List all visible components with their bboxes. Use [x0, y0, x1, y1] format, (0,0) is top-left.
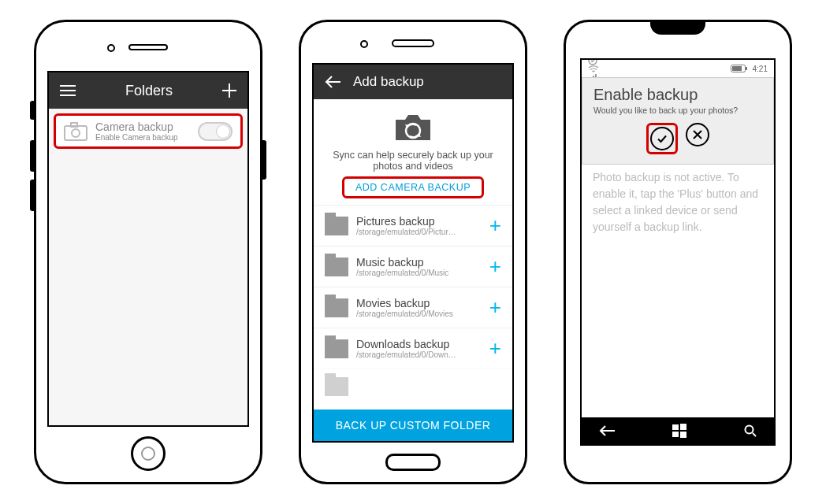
list-item[interactable]: Music backup /storage/emulated/0/Music +: [314, 246, 512, 287]
svg-rect-13: [680, 424, 686, 430]
list-item-path: /storage/emulated/0/Music: [356, 269, 482, 277]
list-item-path: /storage/emulated/0/Movies: [356, 309, 482, 318]
enable-backup-dialog: Enable backup Would you like to back up …: [582, 77, 774, 165]
svg-rect-11: [732, 66, 742, 71]
camera-icon: [64, 122, 87, 141]
folder-icon: [325, 339, 348, 358]
svg-rect-14: [672, 432, 679, 437]
check-icon: [656, 132, 668, 145]
svg-rect-12: [672, 424, 679, 430]
front-camera-icon: [107, 44, 115, 52]
add-icon[interactable]: +: [489, 295, 501, 320]
folder-icon: [325, 377, 348, 396]
highlight-box: [646, 123, 678, 154]
add-camera-backup-button[interactable]: ADD CAMERA BACKUP: [342, 176, 484, 198]
status-bar: 4:21: [582, 60, 774, 77]
list-item-path: /storage/emulated/0/Down…: [356, 350, 482, 359]
folder-icon: [325, 298, 348, 317]
wifi-icon: [588, 65, 599, 73]
front-camera-icon: [360, 40, 368, 48]
svg-rect-0: [65, 126, 87, 140]
winphone-frame: 4:21 Enable backup Would you like to bac…: [564, 20, 792, 484]
svg-rect-15: [680, 432, 686, 438]
android-header-title: Add backup: [353, 74, 424, 90]
add-icon[interactable]: +: [489, 336, 501, 361]
android-hero-text: Sync can help securely back up your phot…: [328, 150, 498, 172]
nav-bar: [582, 417, 774, 444]
camera-sync-icon: [328, 110, 498, 143]
folder-icon: [325, 217, 348, 235]
android-hero: Sync can help securely back up your phot…: [314, 99, 512, 205]
earpiece-icon: [128, 44, 168, 50]
ios-header-title: Folders: [76, 83, 222, 99]
backup-list: Pictures backup /storage/emulated/0/Pict…: [314, 205, 512, 410]
plus-icon[interactable]: [222, 83, 236, 98]
dialog-subtitle: Would you like to back up your photos?: [593, 106, 762, 115]
svg-point-2: [72, 129, 80, 137]
body-text: Photo backup is not active. To enable it…: [582, 165, 774, 417]
android-frame: Add backup Sync can help securely back u…: [299, 20, 527, 484]
camera-backup-toggle[interactable]: [198, 122, 233, 141]
accept-button[interactable]: [650, 127, 674, 150]
list-item-title: Pictures backup: [356, 215, 482, 228]
home-button[interactable]: [131, 436, 166, 471]
list-item-title: Movies backup: [356, 297, 482, 309]
back-arrow-icon[interactable]: [325, 76, 340, 88]
add-icon[interactable]: +: [489, 213, 501, 238]
ios-app-header: Folders: [49, 72, 247, 109]
folder-icon: [325, 258, 348, 276]
sync-status-icon: [588, 58, 599, 65]
list-item[interactable]: Movies backup /storage/emulated/0/Movies…: [314, 287, 512, 328]
winphone-screen: 4:21 Enable backup Would you like to bac…: [580, 58, 776, 446]
decline-button[interactable]: [686, 123, 709, 146]
camera-backup-row[interactable]: Camera backup Enable Camera backup: [54, 113, 243, 149]
back-icon[interactable]: [599, 425, 615, 436]
list-item[interactable]: [314, 369, 512, 404]
svg-rect-1: [71, 123, 77, 127]
list-item-title: Downloads backup: [356, 338, 482, 350]
svg-rect-10: [746, 67, 747, 70]
search-icon[interactable]: [744, 424, 757, 437]
iphone-frame: Folders Camera backup Enable Camera back…: [34, 20, 262, 484]
hamburger-icon[interactable]: [60, 85, 76, 96]
windows-icon[interactable]: [672, 424, 686, 438]
dialog-title: Enable backup: [593, 86, 762, 104]
camera-backup-title: Camera backup: [95, 120, 198, 133]
android-app-header: Add backup: [314, 65, 512, 99]
list-item-path: /storage/emulated/0/Pictur…: [356, 228, 482, 236]
list-item-title: Music backup: [356, 256, 482, 269]
earpiece-icon: [392, 39, 434, 47]
home-button[interactable]: [385, 454, 441, 471]
ios-screen: Folders Camera backup Enable Camera back…: [47, 71, 249, 427]
svg-point-16: [746, 426, 753, 434]
list-item[interactable]: Pictures backup /storage/emulated/0/Pict…: [314, 205, 512, 246]
battery-icon: [731, 65, 748, 72]
list-item[interactable]: Downloads backup /storage/emulated/0/Dow…: [314, 328, 512, 369]
backup-custom-folder-button[interactable]: BACK UP CUSTOM FOLDER: [314, 410, 512, 441]
camera-backup-subtitle: Enable Camera backup: [95, 133, 198, 142]
android-screen: Add backup Sync can help securely back u…: [312, 63, 514, 443]
close-icon: [692, 129, 703, 140]
status-time: 4:21: [753, 65, 768, 73]
add-icon[interactable]: +: [489, 254, 501, 279]
earpiece-icon: [650, 20, 705, 35]
